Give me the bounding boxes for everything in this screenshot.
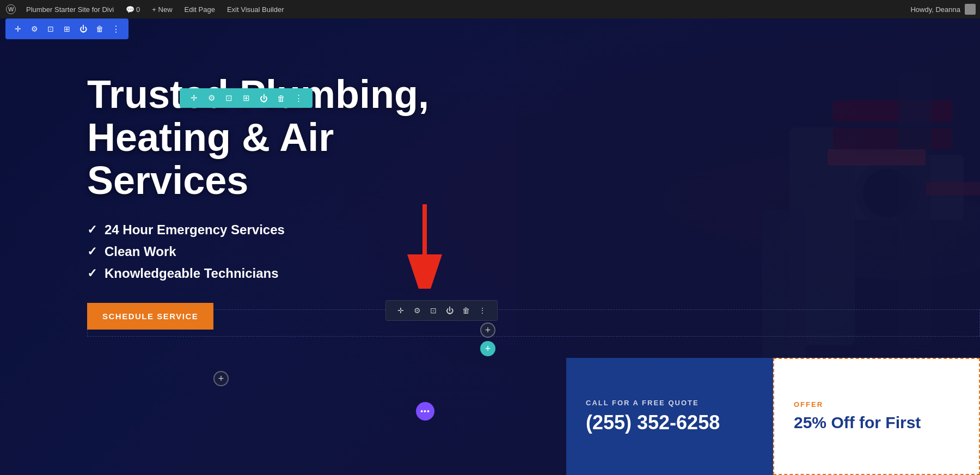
call-card: CALL FOR A FREE QUOTE (255) 352-6258 — [566, 358, 773, 475]
check-icon-2: ✓ — [87, 245, 97, 259]
howdy-text: Howdy, Deanna — [910, 5, 960, 14]
offer-card: OFFER 25% Off for First — [773, 358, 980, 475]
offer-title: 25% Off for First — [794, 413, 959, 433]
add-section-left-plus-icon: + — [218, 373, 224, 385]
add-row-plus-icon: + — [485, 325, 491, 336]
svg-text:W: W — [8, 6, 14, 13]
row-settings-btn[interactable]: ⚙ — [411, 305, 423, 316]
divi-settings-btn[interactable]: ⚙ — [27, 22, 41, 36]
row-move-btn[interactable]: ✛ — [395, 305, 407, 316]
admin-bar-right: Howdy, Deanna — [910, 4, 976, 15]
section-power-btn[interactable]: ⏻ — [257, 92, 270, 105]
checklist-text-3: Knowledgeable Technicians — [105, 266, 279, 281]
divi-more-btn[interactable]: ⋮ — [109, 22, 123, 36]
red-arrow-indicator — [397, 202, 452, 291]
checklist-text-1: 24 Hour Emergency Services — [105, 222, 285, 238]
section-settings-btn[interactable]: ⚙ — [205, 92, 218, 105]
section-more-btn[interactable]: ⋮ — [292, 92, 305, 105]
offer-label: OFFER — [794, 400, 959, 409]
wp-logo-icon[interactable]: W — [4, 3, 17, 16]
divi-layout-btn[interactable]: ⊞ — [60, 22, 74, 36]
divi-module-toolbar[interactable]: ✛ ⚙ ⊡ ⊞ ⏻ 🗑 ⋮ — [5, 19, 128, 39]
avatar — [965, 4, 976, 15]
new-link[interactable]: + New — [149, 0, 175, 19]
checklist-text-2: Clean Work — [105, 244, 176, 259]
row-more-btn[interactable]: ⋮ — [476, 305, 488, 316]
comment-count: 0 — [136, 5, 140, 14]
divi-power-btn[interactable]: ⏻ — [76, 22, 90, 36]
bottom-gap — [0, 358, 566, 475]
edit-page-link[interactable]: Edit Page — [181, 0, 218, 19]
hero-section: Trusted Plumbing, Heating & Air Services… — [0, 19, 980, 475]
row-delete-btn[interactable]: 🗑 — [460, 305, 472, 316]
admin-bar: W Plumber Starter Site for Divi 💬 0 + Ne… — [0, 0, 980, 19]
admin-bar-left: W Plumber Starter Site for Divi 💬 0 + Ne… — [4, 0, 908, 19]
ellipsis-icon: ••• — [420, 407, 430, 416]
section-toolbar[interactable]: ✛ ⚙ ⊡ ⊞ ⏻ 🗑 ⋮ — [180, 88, 313, 108]
comments-link[interactable]: 💬 0 — [122, 0, 143, 19]
call-label: CALL FOR A FREE QUOTE — [586, 399, 754, 407]
site-name-link[interactable]: Plumber Starter Site for Divi — [23, 0, 117, 19]
check-icon-1: ✓ — [87, 223, 97, 237]
add-section-plus-icon: + — [485, 343, 491, 355]
schedule-button[interactable]: SCHEDULE SERVICE — [87, 303, 213, 330]
divi-clone-btn[interactable]: ⊡ — [44, 22, 58, 36]
row-clone-btn[interactable]: ⊡ — [427, 305, 439, 316]
row-toolbar[interactable]: ✛ ⚙ ⊡ ⏻ 🗑 ⋮ — [385, 300, 498, 321]
add-section-left-button[interactable]: + — [213, 371, 229, 386]
section-clone-btn[interactable]: ⊡ — [222, 92, 235, 105]
exit-builder-link[interactable]: Exit Visual Builder — [224, 0, 287, 19]
phone-number: (255) 352-6258 — [586, 411, 754, 434]
check-icon-3: ✓ — [87, 266, 97, 281]
section-delete-btn[interactable]: 🗑 — [274, 92, 287, 105]
row-power-btn[interactable]: ⏻ — [444, 305, 456, 316]
comment-icon: 💬 — [126, 5, 134, 14]
add-section-button[interactable]: + — [480, 341, 495, 356]
bottom-cards: CALL FOR A FREE QUOTE (255) 352-6258 OFF… — [0, 358, 980, 475]
divi-delete-btn[interactable]: 🗑 — [93, 22, 107, 36]
section-layout-btn[interactable]: ⊞ — [240, 92, 253, 105]
add-row-button[interactable]: + — [480, 322, 495, 338]
plus-menu-button[interactable]: ••• — [416, 402, 434, 421]
divi-move-btn[interactable]: ✛ — [11, 22, 25, 36]
section-move-btn[interactable]: ✛ — [187, 92, 200, 105]
